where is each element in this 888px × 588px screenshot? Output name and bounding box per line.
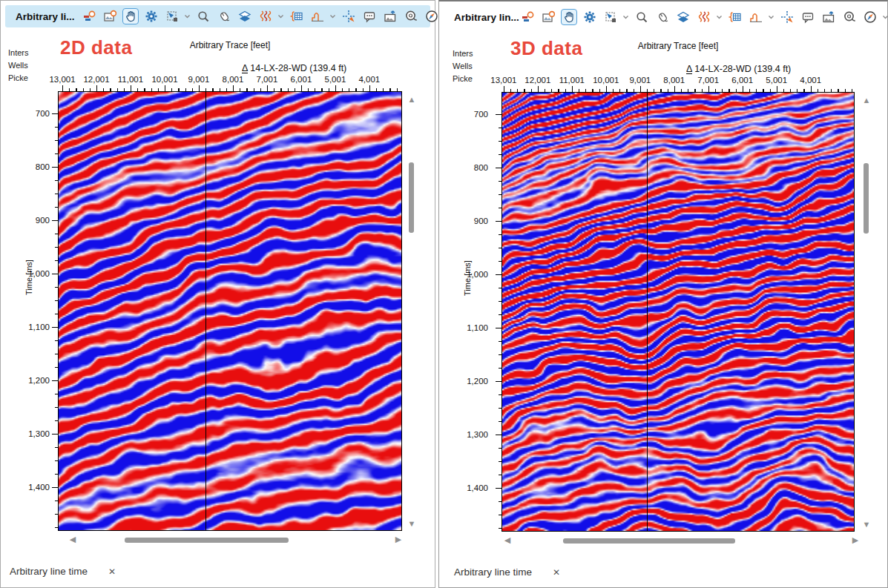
chevron-down-icon[interactable] <box>716 10 723 24</box>
scroll-down-icon[interactable]: ▼ <box>407 518 417 529</box>
seismic-viewport <box>58 91 402 531</box>
chevron-down-icon[interactable] <box>622 10 629 24</box>
tab-arbitrary-line-time[interactable]: Arbitrary line time <box>10 566 88 577</box>
legend-item-intersections[interactable]: Inters <box>453 47 473 60</box>
scroll-up-icon[interactable]: ▲ <box>407 94 417 105</box>
compass-icon[interactable] <box>424 8 440 24</box>
y-tick-label: 800 <box>36 162 50 171</box>
well-head-icon: Δ <box>242 64 248 73</box>
seismic-image[interactable] <box>502 93 854 531</box>
wells-chart-icon[interactable] <box>81 8 97 24</box>
y-tick-label: 1,200 <box>467 377 488 386</box>
y-tick-mark <box>496 274 501 275</box>
vertical-scrollbar-thumb[interactable] <box>864 163 869 234</box>
scroll-down-icon[interactable]: ▼ <box>861 519 872 529</box>
well-annotation[interactable]: Δ14-LX-28-WD (139.4 ft) <box>242 63 346 73</box>
gear-icon[interactable] <box>143 8 159 24</box>
tab-close-icon[interactable]: ✕ <box>108 566 116 577</box>
select-area-icon[interactable] <box>164 8 180 24</box>
tab-arbitrary-line-time[interactable]: Arbitrary line time <box>454 566 532 578</box>
y-tick-labels: 7008009001,0001,1001,2001,3001,400 <box>454 92 490 532</box>
track-cursor-icon[interactable] <box>779 9 795 25</box>
zoom-icon[interactable] <box>195 8 211 24</box>
tab-close-icon[interactable]: ✕ <box>553 567 560 578</box>
window-title: Arbitrary lin... <box>448 12 519 23</box>
x-tick-mark <box>572 86 573 92</box>
pan-icon[interactable] <box>561 9 577 25</box>
well-intersection-line[interactable] <box>647 93 648 531</box>
spreadsheet-icon[interactable] <box>289 8 305 24</box>
scroll-left-icon[interactable]: ◀ <box>68 534 78 544</box>
y-tick-label: 1,100 <box>467 323 488 332</box>
compass-icon[interactable] <box>862 9 878 25</box>
image-settings-icon[interactable] <box>540 9 556 25</box>
seismic-image[interactable] <box>59 92 401 530</box>
tape-measure-icon[interactable] <box>841 9 858 25</box>
legend-item-intersections[interactable]: Inters <box>8 47 29 59</box>
y-tick-label: 900 <box>36 216 50 225</box>
x-tick-mark <box>335 85 336 91</box>
legend-item-wells[interactable]: Wells <box>8 59 29 72</box>
layers-icon[interactable] <box>675 9 691 25</box>
wiggle-traces-icon[interactable] <box>696 9 712 25</box>
chevron-down-icon[interactable] <box>329 10 336 23</box>
vertical-scrollbar-thumb[interactable] <box>409 162 414 233</box>
chevron-down-icon[interactable] <box>768 10 774 24</box>
scroll-up-icon[interactable]: ▲ <box>861 95 872 105</box>
legend-item-picked[interactable]: Picke <box>453 73 473 85</box>
comment-icon[interactable] <box>361 8 378 24</box>
horizontal-scrollbar-thumb[interactable] <box>563 538 735 544</box>
chevron-down-icon[interactable] <box>184 10 191 23</box>
chevron-down-icon[interactable] <box>882 10 888 24</box>
x-tick-mark <box>369 85 370 91</box>
spreadsheet-icon[interactable] <box>727 9 743 25</box>
image-settings-icon[interactable] <box>102 8 118 24</box>
x-tick-label: 13,001 <box>490 76 516 85</box>
comment-icon[interactable] <box>800 9 816 25</box>
well-annotation[interactable]: Δ14-LX-28-WD (139.4 ft) <box>686 64 791 74</box>
legend-item-wells[interactable]: Wells <box>453 60 473 73</box>
x-tick-mark <box>62 85 63 91</box>
chevron-down-icon[interactable] <box>277 10 284 23</box>
wells-chart-icon[interactable] <box>519 9 536 25</box>
x-tick-labels: 13,00112,00111,00110,0019,0018,0017,0016… <box>58 75 402 85</box>
x-tick-label: 10,001 <box>151 75 177 84</box>
mouse-icon[interactable] <box>654 9 671 25</box>
y-tick-label: 1,000 <box>28 269 50 278</box>
histogram-icon[interactable] <box>309 8 326 24</box>
window-2d: Arbitrary li... Inters Wells Picke 2D da… <box>0 0 435 588</box>
scroll-right-icon[interactable]: ▶ <box>393 534 404 544</box>
image-export-icon[interactable] <box>820 9 837 25</box>
pan-icon[interactable] <box>122 8 139 24</box>
wiggle-traces-icon[interactable] <box>257 8 274 24</box>
histogram-icon[interactable] <box>748 9 764 25</box>
y-tick-mark <box>52 487 58 488</box>
x-tick-mark <box>267 85 268 91</box>
tab-bar: Arbitrary line time ✕ <box>10 566 116 577</box>
tape-measure-icon[interactable] <box>403 8 419 24</box>
gear-icon[interactable] <box>582 9 598 25</box>
image-export-icon[interactable] <box>382 8 398 24</box>
layers-icon[interactable] <box>237 8 253 24</box>
select-area-icon[interactable] <box>602 9 619 25</box>
scroll-right-icon[interactable]: ▶ <box>850 535 861 545</box>
tab-bar: Arbitrary line time ✕ <box>454 566 560 578</box>
track-cursor-icon[interactable] <box>341 8 357 24</box>
y-tick-label: 1,400 <box>28 483 50 492</box>
x-tick-label: 4,001 <box>358 75 380 84</box>
horizontal-scrollbar-thumb[interactable] <box>125 538 289 543</box>
toolbar-icons <box>519 9 888 25</box>
zoom-icon[interactable] <box>634 9 650 25</box>
x-tick-mark <box>199 85 200 91</box>
y-tick-label: 1,300 <box>467 430 488 439</box>
mouse-icon[interactable] <box>216 8 232 24</box>
x-axis-ruler <box>58 85 402 91</box>
y-tick-label: 700 <box>36 109 50 118</box>
x-tick-label: 8,001 <box>663 76 685 85</box>
well-intersection-line[interactable] <box>205 92 206 530</box>
seismic-viewport <box>501 92 855 532</box>
legend-column: Inters Wells Picke <box>8 47 29 85</box>
y-tick-label: 1,000 <box>467 270 488 279</box>
legend-item-picked[interactable]: Picke <box>8 72 29 85</box>
scroll-left-icon[interactable]: ◀ <box>502 535 513 545</box>
